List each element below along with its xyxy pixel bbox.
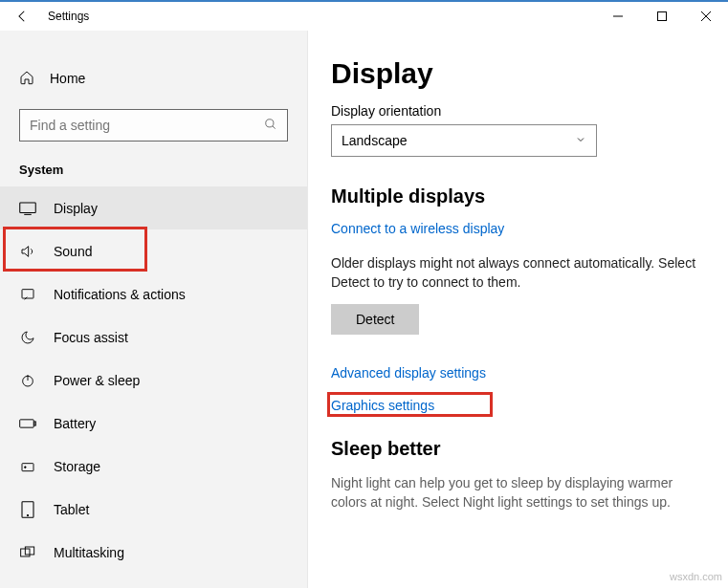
back-icon[interactable] [13,8,31,25]
storage-icon [19,459,36,474]
sidebar-section-label: System [19,163,307,177]
sidebar-item-focus-assist[interactable]: Focus assist [0,316,307,359]
sidebar-item-multitasking[interactable]: Multitasking [0,531,307,574]
svg-point-14 [25,466,27,468]
display-icon [19,202,36,215]
sidebar-item-battery[interactable]: Battery [0,402,307,445]
sidebar-item-label: Battery [54,416,96,431]
older-displays-desc: Older displays might not always connect … [331,253,704,293]
sleep-better-desc: Night light can help you get to sleep by… [331,473,704,512]
orientation-select[interactable]: Landscape [331,124,597,157]
home-icon [19,70,34,88]
sidebar-home-label: Home [50,71,85,86]
page-title: Display [331,57,705,90]
svg-point-4 [266,119,274,126]
chevron-down-icon [575,133,586,148]
sidebar-home[interactable]: Home [0,61,307,96]
minimize-button[interactable] [596,2,640,31]
svg-rect-8 [22,289,33,297]
sidebar-item-storage[interactable]: Storage [0,445,307,488]
search-icon [264,118,277,134]
maximize-button[interactable] [640,2,684,31]
watermark: wsxdn.com [670,571,722,582]
sidebar: Home System Display Sound Notifica [0,31,308,588]
svg-rect-13 [22,463,33,470]
svg-rect-6 [20,203,36,213]
sidebar-item-label: Display [54,201,98,216]
sidebar-item-label: Tablet [54,502,89,517]
svg-line-5 [273,125,276,128]
search-box[interactable] [19,109,288,142]
power-icon [19,373,36,388]
svg-point-16 [27,514,28,515]
sidebar-item-label: Notifications & actions [54,287,186,302]
multitasking-icon [19,546,36,559]
battery-icon [19,418,36,429]
notifications-icon [19,287,36,302]
wireless-display-link[interactable]: Connect to a wireless display [331,221,705,236]
sidebar-item-label: Multitasking [54,545,124,560]
window-title: Settings [48,10,89,23]
titlebar: Settings [0,0,728,31]
sidebar-item-display[interactable]: Display [0,186,307,229]
svg-rect-12 [34,421,35,425]
svg-rect-1 [658,12,667,21]
search-input[interactable] [30,118,264,133]
sidebar-item-label: Storage [54,459,100,474]
detect-button[interactable]: Detect [331,304,419,335]
window-controls [596,2,728,31]
sleep-better-heading: Sleep better [331,438,705,460]
multiple-displays-heading: Multiple displays [331,185,705,207]
sidebar-item-tablet[interactable]: Tablet [0,488,307,531]
sidebar-item-sound[interactable]: Sound [0,229,307,272]
sidebar-item-label: Focus assist [54,330,128,345]
sidebar-item-label: Sound [54,244,92,259]
focus-assist-icon [19,330,36,345]
sidebar-item-notifications[interactable]: Notifications & actions [0,272,307,316]
orientation-value: Landscape [342,133,408,148]
main-content: Display Display orientation Landscape Mu… [308,31,728,588]
sidebar-item-label: Power & sleep [54,373,140,388]
svg-rect-11 [20,419,34,426]
sound-icon [19,244,36,259]
sidebar-item-power-sleep[interactable]: Power & sleep [0,359,307,402]
advanced-display-link[interactable]: Advanced display settings [331,365,705,381]
tablet-icon [19,501,36,518]
close-button[interactable] [684,2,728,31]
graphics-settings-link[interactable]: Graphics settings [331,398,705,413]
orientation-label: Display orientation [331,103,705,119]
